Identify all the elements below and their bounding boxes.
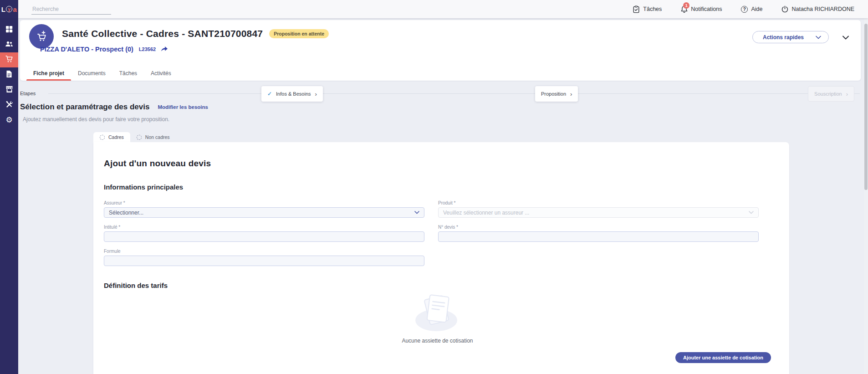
scrollbar[interactable] xyxy=(864,18,868,374)
store-icon xyxy=(5,86,13,95)
form-title: Ajout d'un nouveau devis xyxy=(104,159,771,169)
formule-input[interactable] xyxy=(104,256,424,266)
chevron-right-icon: › xyxy=(570,91,572,97)
tab-non-cadres-label: Non cadres xyxy=(145,134,170,140)
produit-label: Produit * xyxy=(438,200,759,205)
tab-cadres[interactable]: Cadres xyxy=(93,132,130,142)
tab-cadres-label: Cadres xyxy=(108,134,124,140)
user-menu-item[interactable]: Natacha RICHIARDONE xyxy=(781,5,854,13)
sidebar-item-settings[interactable]: ⚙ xyxy=(0,113,18,128)
chevron-right-icon: › xyxy=(315,91,317,97)
status-badge: Proposition en attente xyxy=(269,29,329,38)
gear-icon: ⚙ xyxy=(5,116,12,124)
chevron-down-icon xyxy=(749,211,754,214)
tab-fiche-projet[interactable]: Fiche projet xyxy=(26,67,71,81)
document-icon xyxy=(6,70,12,80)
assureur-select-value: Sélectionner... xyxy=(109,210,143,216)
cart-icon xyxy=(5,55,13,65)
formule-label: Formule xyxy=(104,249,424,254)
assureur-select[interactable]: Sélectionner... xyxy=(104,207,424,218)
info-section-title: Informations principales xyxy=(104,183,771,191)
step-proposition[interactable]: Proposition › xyxy=(535,86,578,102)
produit-select: Veuillez sélectionner un assureur ... xyxy=(438,207,759,218)
people-icon xyxy=(5,41,13,49)
sidebar-item-documents[interactable] xyxy=(0,67,18,82)
section-title: Sélection et paramétrage des devis xyxy=(20,102,149,112)
sidebar-item-contacts[interactable] xyxy=(0,37,18,52)
tools-icon xyxy=(5,101,13,110)
section-head: Sélection et paramétrage des devis Modif… xyxy=(20,102,208,123)
client-code: L23562 xyxy=(139,46,156,52)
field-ndevis: N° devis * xyxy=(438,218,759,242)
empty-state-text: Aucune assiette de cotisation xyxy=(104,338,771,344)
quote-card: Ajout d'un nouveau devis Informations pr… xyxy=(93,142,789,374)
field-formule: Formule xyxy=(104,242,424,266)
steps-label: Etapes xyxy=(20,91,36,96)
global-search xyxy=(31,4,111,15)
help-menu-item[interactable]: ? Aide xyxy=(741,6,762,13)
chevron-down-icon xyxy=(816,36,821,39)
logo-letter-a: a xyxy=(13,5,17,13)
sidebar-item-sales[interactable] xyxy=(0,52,18,67)
field-intitule: Intitulé * xyxy=(104,218,424,242)
step-infos-label: Infos & Besoins xyxy=(276,91,311,97)
dashed-circle-icon xyxy=(100,135,105,140)
topbar-menu: Tâches 1 Notifications ? Aide Natacha RI… xyxy=(633,5,868,13)
clipboard-check-icon xyxy=(633,5,640,13)
quick-actions-button[interactable]: Actions rapides xyxy=(752,31,829,43)
step-infos-besoins[interactable]: ✓ Infos & Besoins › xyxy=(261,86,323,102)
sidebar-item-marketplace[interactable] xyxy=(0,82,18,97)
sidebar-item-tools[interactable] xyxy=(0,97,18,113)
section-subtitle: Ajoutez manuellement des devis pour fair… xyxy=(20,116,208,123)
tab-documents[interactable]: Documents xyxy=(71,67,112,81)
tab-activites[interactable]: Activités xyxy=(144,67,178,81)
check-icon: ✓ xyxy=(267,91,272,97)
form-grid: Assureur * Sélectionner... Produit * Veu… xyxy=(104,194,771,266)
app-logo[interactable]: Lya xyxy=(0,0,18,18)
empty-state: Aucune assiette de cotisation xyxy=(104,292,771,344)
tab-taches[interactable]: Tâches xyxy=(112,67,144,81)
client-link[interactable]: PIZZA D'ALETO - Prospect (0) xyxy=(40,46,133,53)
logo-letter-l: L xyxy=(1,5,6,13)
project-header-card: Santé Collective - Cadres - SANT21070084… xyxy=(20,20,861,81)
share-arrow-icon[interactable] xyxy=(161,46,168,52)
assureur-label: Assureur * xyxy=(104,200,424,205)
empty-papers-illustration xyxy=(408,292,467,334)
logo-letter-y: y xyxy=(6,6,12,12)
power-icon xyxy=(781,5,788,13)
page-title: Santé Collective - Cadres - SANT21070084… xyxy=(62,28,263,39)
help-icon: ? xyxy=(741,6,748,13)
tasks-menu-item[interactable]: Tâches xyxy=(633,5,662,13)
search-input[interactable] xyxy=(31,4,111,15)
notifications-menu-item[interactable]: 1 Notifications xyxy=(681,5,722,13)
tasks-label: Tâches xyxy=(643,6,662,12)
ndevis-label: N° devis * xyxy=(438,225,759,230)
dashed-circle-icon xyxy=(137,135,142,140)
notifications-label: Notifications xyxy=(691,6,722,12)
notifications-badge: 1 xyxy=(683,2,689,9)
steps-line xyxy=(48,93,860,94)
chevron-right-icon: › xyxy=(846,91,848,97)
add-assiette-button[interactable]: Ajouter une assiette de cotisation xyxy=(675,352,771,363)
ndevis-input[interactable] xyxy=(438,231,759,242)
sidebar: ⚙ xyxy=(0,18,18,374)
sidebar-item-dashboard[interactable] xyxy=(0,22,18,37)
category-tabs: Cadres Non cadres xyxy=(93,132,176,142)
step-proposition-label: Proposition xyxy=(541,91,566,97)
intitule-input[interactable] xyxy=(104,231,424,242)
tarifs-section-title: Définition des tarifs xyxy=(104,282,771,289)
cart-plus-icon xyxy=(35,30,48,43)
help-label: Aide xyxy=(751,6,762,12)
scrollbar-thumb[interactable] xyxy=(864,24,868,190)
edit-needs-link[interactable]: Modifier les besoins xyxy=(158,104,208,110)
chevron-down-icon xyxy=(414,211,419,214)
step-souscription-label: Souscription xyxy=(814,91,842,97)
tab-non-cadres[interactable]: Non cadres xyxy=(130,132,176,142)
bell-icon: 1 xyxy=(681,5,688,13)
produit-select-placeholder: Veuillez sélectionner un assureur ... xyxy=(443,210,529,216)
intitule-label: Intitulé * xyxy=(104,225,424,230)
quick-actions-label: Actions rapides xyxy=(763,34,804,41)
field-produit: Produit * Veuillez sélectionner un assur… xyxy=(438,194,759,218)
dashboard-icon xyxy=(5,26,13,35)
collapse-header-chevron-icon[interactable] xyxy=(842,33,849,41)
